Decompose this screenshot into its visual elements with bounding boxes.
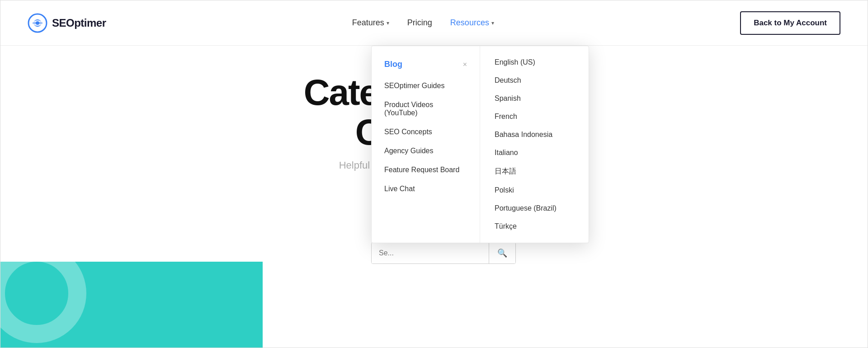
nav-resources[interactable]: Resources ▾ — [450, 18, 494, 28]
dropdown-left-column: Blog × SEOptimer Guides Product Videos(Y… — [372, 46, 480, 243]
search-bar: 🔍 — [371, 242, 516, 264]
green-circle-decoration — [0, 262, 86, 343]
search-button[interactable]: 🔍 — [489, 243, 515, 263]
page-wrapper: SEOptimer Features ▾ Pricing Resources ▾… — [0, 0, 868, 348]
lang-italiano[interactable]: Italiano — [480, 144, 589, 162]
dropdown-item-agency[interactable]: Agency Guides — [372, 141, 480, 160]
green-bar — [0, 262, 263, 348]
dropdown-item-feature-request[interactable]: Feature Request Board — [372, 160, 480, 179]
close-icon[interactable]: × — [463, 61, 467, 69]
back-to-account-button[interactable]: Back to My Account — [740, 11, 840, 35]
nav-features[interactable]: Features ▾ — [352, 18, 389, 28]
logo-text: SEOptimer — [52, 17, 106, 29]
features-chevron-icon: ▾ — [387, 20, 389, 26]
search-input[interactable] — [372, 243, 489, 263]
dropdown-item-seo-concepts[interactable]: SEO Concepts — [372, 122, 480, 141]
dropdown-item-videos[interactable]: Product Videos(YouTube) — [372, 95, 480, 122]
dropdown-language-column: English (US) Deutsch Spanish French Baha… — [480, 46, 589, 243]
header: SEOptimer Features ▾ Pricing Resources ▾… — [0, 0, 868, 46]
lang-portuguese-brazil[interactable]: Portuguese (Brazil) — [480, 199, 589, 217]
logo-area[interactable]: SEOptimer — [28, 13, 106, 33]
lang-french[interactable]: French — [480, 108, 589, 126]
lang-polski[interactable]: Polski — [480, 181, 589, 199]
dropdown-item-guides[interactable]: SEOptimer Guides — [372, 76, 480, 95]
nav-center: Features ▾ Pricing Resources ▾ — [352, 18, 494, 28]
lang-turkce[interactable]: Türkçe — [480, 217, 589, 235]
nav-pricing[interactable]: Pricing — [407, 18, 432, 28]
lang-spanish[interactable]: Spanish — [480, 89, 589, 108]
resources-dropdown: Blog × SEOptimer Guides Product Videos(Y… — [371, 46, 589, 243]
lang-deutsch[interactable]: Deutsch — [480, 71, 589, 89]
lang-english-us[interactable]: English (US) — [480, 53, 589, 71]
logo-icon — [28, 13, 47, 33]
dropdown-item-live-chat[interactable]: Live Chat — [372, 179, 480, 198]
lang-bahasa[interactable]: Bahasa Indonesia — [480, 126, 589, 144]
search-icon: 🔍 — [497, 249, 507, 258]
dropdown-header: Blog × — [372, 55, 480, 76]
resources-chevron-icon: ▾ — [491, 20, 494, 26]
blog-label[interactable]: Blog — [384, 60, 402, 69]
lang-japanese[interactable]: 日本語 — [480, 162, 589, 181]
